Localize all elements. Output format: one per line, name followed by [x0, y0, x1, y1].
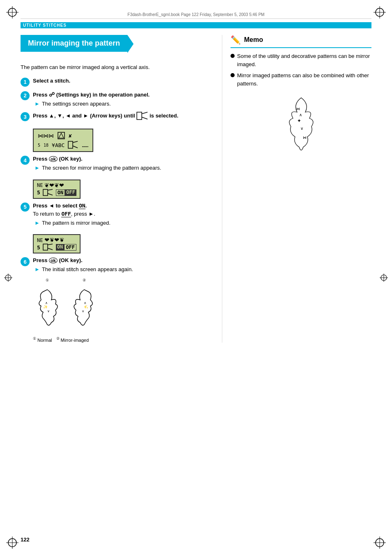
svg-line-31 — [48, 248, 53, 250]
file-info: F3dash-BrotherE_sgml.book Page 122 Frida… — [21, 12, 371, 19]
memo-section: ✏️ Memo Some of the utility and decorati… — [231, 35, 371, 161]
pattern-normal: ① ✨ ∧ ∨ — [33, 278, 62, 332]
corner-mark-tl — [6, 6, 18, 18]
two-patterns: ① ✨ ∧ ∨ ② ✨ ∧ ∨ — [33, 278, 210, 332]
svg-text:✨: ✨ — [43, 304, 48, 309]
step-2: 2 Press ☍ (Settings key) in the operatio… — [21, 91, 210, 108]
svg-text:∨: ∨ — [82, 309, 84, 313]
step-6-number: 6 — [21, 257, 30, 266]
memo-header: ✏️ Memo — [231, 35, 371, 48]
memo-pattern-illustration: ✦ ∧ ∨ ⋈ ⋈ — [231, 94, 371, 161]
svg-line-30 — [48, 244, 53, 245]
step-5-bullet: ► The pattern is mirror imaged. — [35, 219, 210, 227]
step-1: 1 Select a stitch. — [21, 77, 210, 87]
mid-mark-right — [380, 274, 388, 282]
corner-mark-br — [374, 537, 386, 549]
svg-line-28 — [48, 193, 53, 195]
svg-text:⋈: ⋈ — [296, 107, 300, 111]
memo-item-2: Mirror imaged patterns can also be combi… — [231, 71, 371, 88]
svg-rect-26 — [43, 189, 48, 196]
step-1-title: Select a stitch. — [33, 77, 210, 85]
memo-title: Memo — [244, 36, 263, 44]
svg-text:∧: ∧ — [299, 113, 302, 117]
memo-text-2: Mirror imaged patterns can also be combi… — [237, 71, 371, 88]
step-5: 5 Press ◄ to select ON. To return to OFF… — [21, 202, 210, 227]
memo-bullet-2 — [231, 73, 235, 77]
step-6: 6 Press ok (OK key). ► The initial stitc… — [21, 257, 210, 273]
svg-line-24 — [73, 141, 78, 143]
step-4-title: Press ok (OK key). — [33, 155, 210, 163]
svg-text:∨: ∨ — [47, 309, 50, 313]
step-4-bullet: ► The screen for mirror imaging the patt… — [35, 164, 210, 172]
corner-mark-bl — [6, 537, 18, 549]
step-4-number: 4 — [21, 156, 30, 165]
mirror-lcd-1: NE ❦❤❦❤ 5 ONOFF — [33, 180, 81, 199]
step-5-title: Press ◄ to select ON. — [33, 202, 210, 210]
svg-text:∧: ∧ — [84, 301, 86, 305]
step-6-title: Press ok (OK key). — [33, 257, 210, 264]
pattern-mirrored: ② ✨ ∧ ∨ — [70, 278, 99, 332]
memo-text-1: Some of the utility and decorative patte… — [237, 52, 371, 68]
svg-text:∨: ∨ — [300, 126, 303, 131]
svg-text:✨: ✨ — [83, 304, 88, 309]
step-3-title: Press ▲, ▼, ◄ and ► (Arrow keys) until i… — [33, 112, 210, 121]
settings-screen-image: ⋈⋈⋈ ✘ 5 18 ¥ABC …… — [33, 129, 93, 152]
svg-line-27 — [48, 189, 53, 190]
step-5-number: 5 — [21, 203, 30, 212]
step-2-title: Press ☍ (Settings key) in the operation … — [33, 91, 210, 99]
step-6-bullet: ► The initial stitch screen appears agai… — [35, 266, 210, 273]
memo-bullet-1 — [231, 54, 235, 58]
mirror-lcd-2: NE ❦❤❦❤ 5 ONOFF — [33, 234, 81, 253]
svg-line-19 — [142, 112, 148, 114]
intro-text: The pattern can be mirror imaged along a… — [21, 63, 210, 71]
svg-line-20 — [142, 117, 148, 119]
step-5-sub: To return to OFF, press ►. — [33, 210, 210, 218]
step-3-number: 3 — [21, 112, 30, 121]
svg-rect-18 — [137, 112, 142, 120]
memo-item-1: Some of the utility and decorative patte… — [231, 52, 371, 68]
memo-icon: ✏️ — [231, 35, 241, 45]
corner-mark-tr — [374, 6, 386, 18]
pattern-captions: ① Normal ② Mirror-imaged — [33, 336, 210, 343]
right-column: ✏️ Memo Some of the utility and decorati… — [222, 35, 371, 343]
mid-mark-left — [4, 274, 12, 282]
svg-text:∧: ∧ — [45, 301, 48, 305]
svg-line-25 — [73, 146, 78, 148]
step-4: 4 Press ok (OK key). ► The screen for mi… — [21, 155, 210, 172]
svg-rect-29 — [43, 244, 48, 250]
section-header: UTILITY STITCHES — [21, 22, 371, 28]
page-number: 122 — [21, 537, 30, 543]
step-2-number: 2 — [21, 91, 30, 100]
caption-normal: ① Normal — [33, 336, 52, 343]
svg-rect-23 — [68, 141, 73, 148]
step-2-bullet: ► The settings screen appears. — [35, 100, 210, 108]
svg-text:✦: ✦ — [297, 118, 301, 124]
left-column: Mirror imaging the pattern The pattern c… — [21, 35, 210, 343]
svg-marker-22 — [59, 133, 64, 138]
caption-mirror: ② Mirror-imaged — [56, 336, 89, 343]
step-3: 3 Press ▲, ▼, ◄ and ► (Arrow keys) until… — [21, 112, 210, 121]
svg-text:⋈: ⋈ — [303, 136, 307, 140]
step-1-number: 1 — [21, 78, 30, 87]
page-title: Mirror imaging the pattern — [21, 35, 127, 52]
